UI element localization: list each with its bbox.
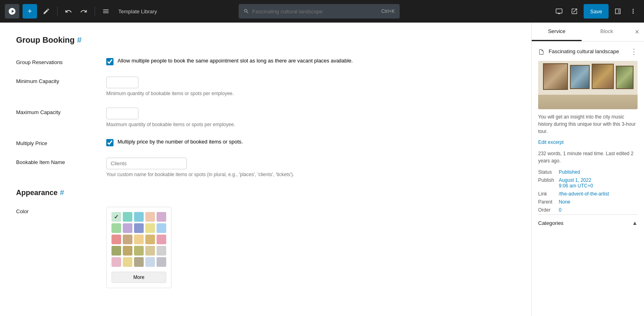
multiply-price-checkbox[interactable] (106, 139, 114, 146)
desktop-icon (555, 8, 563, 15)
order-value[interactable]: 0 (559, 207, 638, 213)
bookable-item-control: Your custom name for bookable items or s… (106, 158, 515, 177)
museum-bg (538, 61, 638, 109)
add-button[interactable]: + (23, 4, 37, 19)
color-swatch[interactable] (123, 235, 132, 244)
toolbar-right: Save (553, 4, 639, 19)
color-swatch[interactable] (134, 257, 144, 267)
color-row-4 (111, 246, 166, 256)
color-swatch[interactable] (123, 223, 132, 233)
color-swatch[interactable] (145, 223, 155, 233)
desktop-view-button[interactable] (553, 5, 565, 17)
link-key: Link (538, 191, 554, 197)
toggle-panel-button[interactable] (612, 5, 624, 17)
undo-icon (65, 8, 72, 15)
hamburger-button[interactable] (100, 5, 112, 17)
save-button[interactable]: Save (584, 4, 609, 19)
content-area: Group Booking # Group Reservations Allow… (0, 23, 531, 316)
color-swatch[interactable] (157, 257, 166, 267)
color-swatch[interactable] (111, 223, 121, 233)
color-swatch[interactable] (111, 246, 121, 256)
parent-key: Parent (538, 199, 554, 205)
edit-icon-btn[interactable] (40, 5, 52, 17)
color-swatch[interactable] (157, 246, 166, 256)
bookable-item-hint: Your custom name for bookable items or s… (106, 172, 515, 177)
categories-header[interactable]: Categories ▲ (538, 214, 638, 226)
color-swatch[interactable] (111, 235, 121, 244)
group-reservations-control: Allow multiple people to book the same a… (106, 58, 515, 65)
color-swatch[interactable] (145, 257, 155, 267)
service-meta: 232 words, 1 minute read time. Last edit… (538, 150, 638, 164)
color-swatch[interactable] (123, 257, 132, 267)
undo-button[interactable] (62, 5, 74, 17)
link-value[interactable]: /the-advent-of-the-artist (559, 191, 638, 197)
panel-close-button[interactable]: × (632, 25, 643, 40)
color-label: Color (16, 207, 97, 214)
painting-1 (543, 63, 568, 90)
max-capacity-input[interactable]: 5 (106, 108, 138, 119)
color-row-3 (111, 235, 166, 244)
color-swatch[interactable] (123, 212, 132, 222)
search-bar[interactable]: Ctrl+K (239, 4, 400, 19)
color-swatch[interactable] (123, 246, 132, 256)
group-reservations-inline: Allow multiple people to book the same a… (106, 58, 515, 65)
page-title-hash[interactable]: # (77, 35, 82, 45)
order-key: Order (538, 207, 554, 213)
color-swatch[interactable] (145, 212, 155, 222)
color-swatch[interactable] (145, 246, 155, 256)
more-vertical-icon (630, 8, 637, 15)
panel-content: Fascinating cultural landscape ⋮ You wil… (532, 42, 644, 316)
color-swatch[interactable] (134, 235, 144, 244)
search-input[interactable] (252, 8, 378, 15)
color-swatch[interactable] (157, 212, 166, 222)
color-swatch-selected[interactable] (111, 212, 121, 222)
external-link-icon (571, 8, 578, 15)
service-menu-button[interactable]: ⋮ (630, 48, 638, 55)
search-shortcut: Ctrl+K (381, 8, 395, 14)
color-row: Color (16, 207, 515, 288)
right-panel: Service Block × Fascinating cultural lan… (531, 23, 644, 316)
color-picker: More (106, 207, 171, 288)
appearance-hash[interactable]: # (60, 189, 64, 197)
color-swatch[interactable] (145, 235, 155, 244)
tab-block[interactable]: Block (582, 23, 632, 41)
color-swatch[interactable] (157, 235, 166, 244)
chevron-up-icon: ▲ (632, 220, 638, 226)
color-swatch[interactable] (111, 257, 121, 267)
document-icon (538, 49, 545, 57)
multiply-price-row: Multiply Price Multiply price by the num… (16, 139, 515, 146)
parent-value[interactable]: None (559, 199, 638, 205)
group-reservations-checkbox[interactable] (106, 58, 114, 65)
max-capacity-label: Maximum Capacity (16, 108, 97, 115)
status-value[interactable]: Published (559, 169, 638, 175)
bookable-item-input[interactable] (106, 158, 187, 169)
wp-logo[interactable] (5, 4, 19, 19)
publish-value[interactable]: August 1, 2022 9:06 am UTC+0 (559, 177, 638, 189)
color-swatch[interactable] (157, 223, 166, 233)
search-icon (244, 8, 249, 14)
service-desc: You will get an insight into the city mu… (538, 113, 638, 135)
min-capacity-input[interactable]: 1 (106, 77, 138, 88)
tab-service[interactable]: Service (532, 23, 582, 41)
more-options-button[interactable] (627, 5, 639, 17)
group-reservations-row: Group Reservations Allow multiple people… (16, 58, 515, 65)
max-capacity-hint: Maximum quantity of bookable items or sp… (106, 122, 515, 127)
max-capacity-row: Maximum Capacity 5 Maximum quantity of b… (16, 108, 515, 127)
main-layout: Group Booking # Group Reservations Allow… (0, 23, 644, 316)
multiply-price-text: Multiply price by the number of booked i… (118, 139, 243, 145)
group-reservations-label: Group Reservations (16, 58, 97, 65)
min-capacity-row: Minimum Capacity 1 Minimum quantity of b… (16, 77, 515, 96)
color-swatch[interactable] (134, 246, 144, 256)
color-swatch[interactable] (134, 212, 144, 222)
more-colors-button[interactable]: More (111, 272, 166, 283)
painting-2 (570, 65, 590, 89)
status-key: Status (538, 169, 554, 175)
external-link-button[interactable] (568, 5, 580, 17)
edit-excerpt-link[interactable]: Edit excerpt (538, 139, 564, 145)
min-capacity-hint: Minimum quantity of bookable items or sp… (106, 91, 515, 96)
redo-button[interactable] (78, 5, 90, 17)
color-swatch[interactable] (134, 223, 144, 233)
panel-header: Service Block × (532, 23, 644, 42)
service-thumbnail (538, 61, 638, 109)
group-reservations-text: Allow multiple people to book the same a… (118, 58, 353, 64)
